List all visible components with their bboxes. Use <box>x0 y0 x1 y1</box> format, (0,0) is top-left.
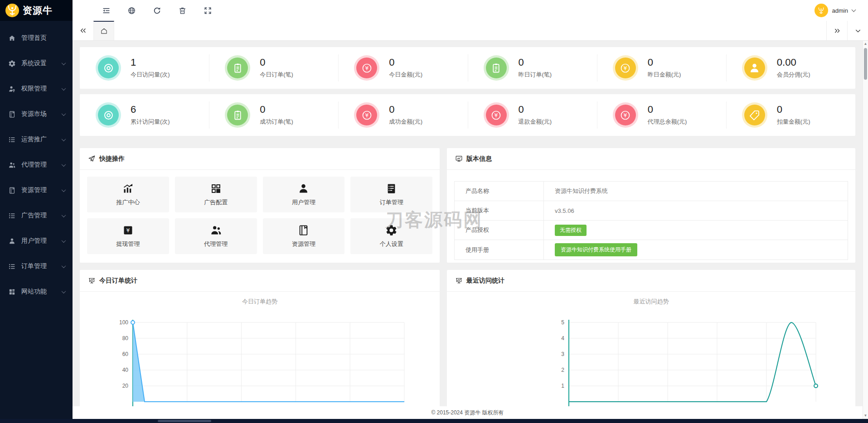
vertical-scrollbar-thumb[interactable] <box>864 48 867 80</box>
svg-text:¥: ¥ <box>126 227 130 234</box>
chevron-down-icon <box>62 213 66 217</box>
list-icon <box>8 136 16 144</box>
clear-cache-button[interactable] <box>170 0 195 21</box>
book-icon <box>8 187 16 194</box>
table-row: 产品名称 资源牛知识付费系统 <box>455 182 848 201</box>
stat-agent-balance: ¥ 0 代理总余额(元) <box>597 94 726 136</box>
stat-yesterday-orders: 0 昨日订单(笔) <box>468 47 597 89</box>
version-info-header: 版本信息 <box>447 148 855 170</box>
quick-actions-panel: 快捷操作 推广中心 广告配置 用户管理 <box>80 148 440 263</box>
sidebar-item-resource-market[interactable]: 资源市场 <box>0 101 73 127</box>
brand-logo[interactable]: 资源牛 <box>0 0 73 21</box>
paper-plane-icon <box>88 155 96 163</box>
quick-personal-settings-button[interactable]: 个人设置 <box>350 218 432 254</box>
quick-promotion-center-button[interactable]: 推广中心 <box>87 177 169 212</box>
stat-value: 0 <box>260 57 293 68</box>
tab-home[interactable] <box>93 21 114 40</box>
user-manual-button[interactable]: 资源牛知识付费系统使用手册 <box>555 243 637 256</box>
tabs-scroll-left-button[interactable] <box>73 21 93 40</box>
current-version-value: v3.5.06 <box>544 201 574 220</box>
brand-bull-icon <box>5 4 19 17</box>
svg-text:5: 5 <box>561 319 564 326</box>
vertical-scrollbar[interactable]: ▲ ▼ <box>863 41 868 419</box>
sidebar-item-label: 权限管理 <box>21 85 62 93</box>
sidebar-item-orders[interactable]: 订单管理 <box>0 254 73 279</box>
sidebar-item-operations[interactable]: 运营推广 <box>0 127 73 152</box>
refresh-button[interactable] <box>144 0 170 21</box>
chevron-down-icon <box>62 289 66 293</box>
horizontal-scrollbar-thumb[interactable] <box>158 420 211 422</box>
menu-fold-icon <box>102 6 111 15</box>
svg-text:60: 60 <box>122 351 129 357</box>
sidebar-item-label: 广告管理 <box>21 212 62 220</box>
stat-value: 0 <box>519 104 552 115</box>
scroll-down-arrow[interactable]: ▼ <box>863 413 868 419</box>
sidebar-item-label: 网站功能 <box>21 288 62 296</box>
sidebar-item-agents[interactable]: 代理管理 <box>0 152 73 178</box>
sidebar-item-ads[interactable]: 广告管理 <box>0 203 73 228</box>
scroll-up-arrow[interactable]: ▲ <box>863 41 868 47</box>
clipboard-icon <box>227 105 248 125</box>
language-button[interactable] <box>119 0 144 21</box>
sidebar-item-system-settings[interactable]: 系统设置 <box>0 51 73 76</box>
stat-value: 0 <box>648 104 687 115</box>
panel-title: 快捷操作 <box>99 155 125 163</box>
svg-text:¥: ¥ <box>495 112 498 119</box>
svg-text:80: 80 <box>122 335 129 341</box>
version-table: 产品名称 资源牛知识付费系统 当前版本 v3.5.06 产品授权 无需授权 使用… <box>454 181 848 260</box>
gear-icon <box>385 224 398 236</box>
tabs-scroll-right-button[interactable] <box>826 21 847 40</box>
user-menu[interactable]: admin <box>815 4 868 17</box>
quick-agent-management-button[interactable]: 代理管理 <box>175 218 257 254</box>
today-orders-chart: 今日订单趋势20406080100 <box>80 292 440 406</box>
main-content: 1 今日访问量(次) 0 今日订单(笔) ¥ 0 今日金额(元) 0 昨日订单(… <box>73 41 863 406</box>
sidebar-item-label: 资源市场 <box>21 110 62 118</box>
panel-title: 最近访问统计 <box>466 277 504 285</box>
chevron-down-icon <box>852 7 856 12</box>
gear-icon <box>8 60 16 67</box>
avatar <box>815 4 828 17</box>
quick-ad-config-button[interactable]: 广告配置 <box>175 177 257 212</box>
chevron-down-icon <box>854 27 862 34</box>
people-icon <box>8 161 16 169</box>
chevron-down-icon <box>62 86 66 91</box>
svg-text:¥: ¥ <box>365 65 369 72</box>
stat-value: 0 <box>389 57 422 68</box>
quick-user-management-button[interactable]: 用户管理 <box>263 177 345 212</box>
user-icon <box>8 237 16 245</box>
svg-text:2: 2 <box>561 367 564 373</box>
stat-value: 6 <box>131 104 170 115</box>
people-icon <box>210 224 222 236</box>
yen-circle-icon: ¥ <box>615 58 636 78</box>
sidebar-item-home[interactable]: 管理首页 <box>0 25 73 51</box>
sidebar-item-site-features[interactable]: 网站功能 <box>0 279 73 304</box>
double-chevron-left-icon <box>79 27 87 34</box>
table-row: 产品授权 无需授权 <box>455 221 848 240</box>
svg-text:100: 100 <box>119 319 128 326</box>
svg-text:3: 3 <box>561 351 564 357</box>
tabs-menu-button[interactable] <box>847 21 868 40</box>
sidebar-menu: 管理首页 系统设置 权限管理 资源市场 运营推广 代理管理 <box>0 21 73 304</box>
fullscreen-button[interactable] <box>195 0 220 21</box>
yen-box-icon: ¥ <box>122 224 134 236</box>
chart-board-icon <box>455 277 463 284</box>
stat-label: 退款金额(元) <box>519 118 552 126</box>
svg-text:40: 40 <box>122 367 129 373</box>
eye-icon <box>98 105 119 125</box>
tabbar <box>73 21 868 41</box>
order-list-icon <box>385 183 398 195</box>
chevron-down-icon <box>62 238 66 243</box>
collapse-sidebar-button[interactable] <box>93 0 119 21</box>
sidebar-item-resources[interactable]: 资源管理 <box>0 178 73 203</box>
panel-title: 版本信息 <box>466 155 492 163</box>
chevron-down-icon <box>62 264 66 268</box>
quick-resource-management-button[interactable]: 资源管理 <box>263 218 345 254</box>
stat-value: 0.00 <box>777 57 810 68</box>
quick-withdraw-management-button[interactable]: ¥ 提现管理 <box>87 218 169 254</box>
clipboard-icon <box>227 58 248 78</box>
brand-name: 资源牛 <box>23 4 53 17</box>
quick-order-management-button[interactable]: 订单管理 <box>350 177 432 212</box>
horizontal-scrollbar[interactable] <box>0 419 868 423</box>
sidebar-item-permissions[interactable]: 权限管理 <box>0 76 73 101</box>
sidebar-item-users[interactable]: 用户管理 <box>0 228 73 254</box>
